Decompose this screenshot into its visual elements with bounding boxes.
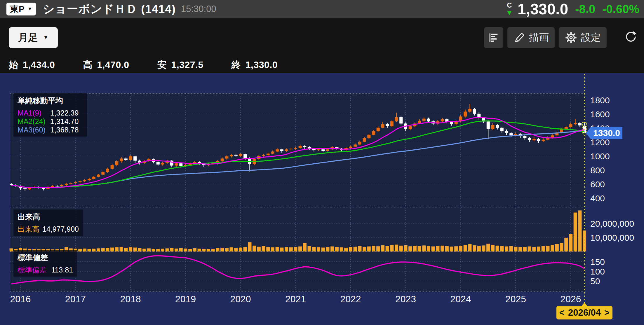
ma1-row: MA1(9) 1,322.39: [18, 109, 83, 117]
stddev-row: 標準偏差 113.81: [18, 266, 73, 274]
draw-button[interactable]: 描画: [507, 27, 555, 48]
quote-time: 15:30:00: [181, 4, 216, 14]
svg-text:2025: 2025: [505, 294, 526, 304]
down-triangle-icon: ▼: [506, 9, 513, 16]
svg-text:1000: 1000: [590, 151, 610, 161]
volume-legend: 出来高 出来高 14,977,900: [13, 209, 83, 236]
price-change: -8.0: [575, 3, 595, 16]
pencil-icon: [513, 32, 525, 44]
volume-bars-icon: [488, 32, 499, 43]
high-value: 1,470.0: [97, 60, 129, 70]
low-label: 安: [157, 59, 167, 71]
stddev-legend-title: 標準偏差: [18, 253, 73, 263]
header: 東P ▼ ショーボンドＨＤ (1414) 15:30:00 C ▼ 1,330.…: [0, 0, 644, 18]
svg-text:2017: 2017: [65, 294, 86, 304]
svg-text:2022: 2022: [340, 294, 361, 304]
quote-block: C ▼ 1,330.0 -8.0 -0.60%: [506, 0, 639, 18]
svg-text:600: 600: [590, 179, 605, 189]
last-price-tag: 1330.0: [591, 127, 622, 139]
svg-text:1800: 1800: [590, 95, 610, 105]
svg-text:150: 150: [590, 257, 605, 267]
svg-text:2023: 2023: [395, 294, 416, 304]
price-change-pct: -0.60%: [602, 3, 639, 16]
caret-down-icon: ▼: [27, 6, 32, 12]
date-navigator: < 2026/04 >: [556, 306, 612, 319]
settings-button[interactable]: 設定: [559, 27, 607, 48]
svg-text:20,000,000: 20,000,000: [590, 219, 634, 228]
refresh-icon: [624, 30, 638, 44]
svg-text:800: 800: [590, 165, 605, 175]
close-label: 終: [232, 59, 241, 71]
caret-down-icon: ▼: [43, 34, 48, 41]
svg-text:2021: 2021: [285, 294, 306, 304]
close-value: 1,330.0: [246, 60, 278, 70]
stddev-legend: 標準偏差 標準偏差 113.81: [13, 250, 77, 277]
open-value: 1,434.0: [23, 60, 55, 70]
open-label: 始: [9, 59, 18, 71]
current-month-label: 2026/04: [568, 307, 601, 318]
current-price: 1,330.0: [518, 0, 568, 18]
volume-row: 出来高 14,977,900: [18, 225, 79, 233]
sma-legend: 単純移動平均 MA1(9) 1,322.39 MA2(24) 1,314.70 …: [13, 93, 87, 137]
high-label: 高: [83, 59, 92, 71]
ma3-row: MA3(60) 1,368.78: [18, 126, 83, 134]
indicator-list-button[interactable]: [484, 27, 503, 48]
ma2-row: MA2(24) 1,314.70: [18, 117, 83, 126]
chart-canvas[interactable]: 1800160014001200100080060040020,000,0001…: [0, 73, 644, 325]
svg-text:10,000,000: 10,000,000: [590, 233, 634, 242]
svg-text:2019: 2019: [175, 294, 196, 304]
svg-text:50: 50: [590, 276, 600, 286]
svg-text:2020: 2020: [230, 294, 251, 304]
toolbar: 月足 ▼ 描画: [0, 18, 644, 57]
svg-text:2024: 2024: [450, 294, 471, 304]
refresh-button[interactable]: [624, 30, 638, 45]
low-value: 1,327.5: [171, 60, 203, 70]
svg-text:2026: 2026: [560, 294, 581, 304]
next-month-button[interactable]: >: [604, 307, 610, 318]
svg-text:400: 400: [590, 193, 605, 203]
prev-month-button[interactable]: <: [559, 307, 565, 318]
market-badge-label: 東P: [10, 3, 25, 15]
timeframe-select[interactable]: 月足 ▼: [9, 27, 58, 48]
close-marker: C ▼: [506, 2, 513, 16]
svg-text:2018: 2018: [120, 294, 141, 304]
volume-legend-title: 出来高: [18, 212, 79, 222]
market-badge-dropdown[interactable]: 東P ▼: [6, 3, 36, 15]
svg-text:2016: 2016: [10, 294, 31, 304]
gear-icon: [565, 31, 577, 44]
sma-legend-title: 単純移動平均: [18, 96, 83, 106]
ohlc-row: 始1,434.0 高1,470.0 安1,327.5 終1,330.0: [0, 57, 644, 73]
chart-area: 1800160014001200100080060040020,000,0001…: [0, 73, 644, 325]
svg-text:1600: 1600: [590, 109, 610, 119]
stock-title: ショーボンドＨＤ (1414): [43, 1, 176, 17]
svg-text:100: 100: [590, 267, 605, 276]
